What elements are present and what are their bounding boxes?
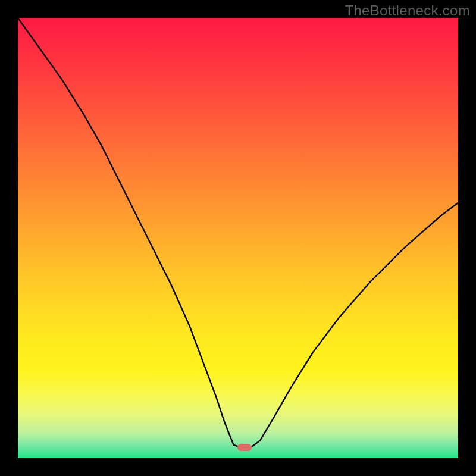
optimal-marker bbox=[237, 444, 252, 451]
watermark-text: TheBottleneck.com bbox=[345, 2, 470, 19]
bottleneck-curve bbox=[18, 18, 458, 458]
plot-area bbox=[18, 18, 458, 458]
chart-frame: TheBottleneck.com bbox=[0, 0, 476, 476]
